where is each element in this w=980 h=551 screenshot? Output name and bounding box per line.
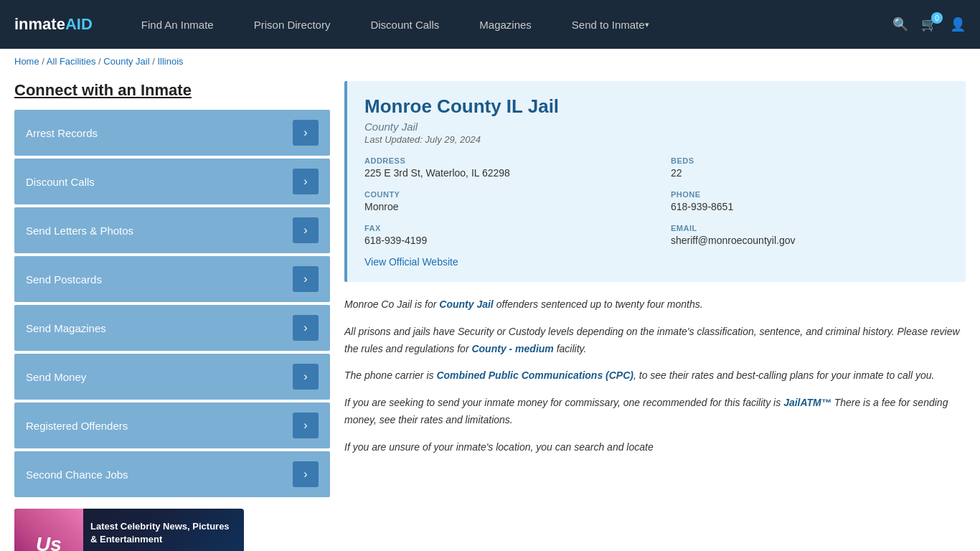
fax-label: FAX [364,224,642,232]
sidebar-menu: Arrest Records › Discount Calls › Send L… [14,110,330,497]
arrow-icon: › [293,461,319,487]
email-value: sheriff@monroecountyil.gov [671,235,948,246]
desc-paragraph-2: All prisons and jails have Security or C… [344,324,966,358]
breadcrumb-all-facilities[interactable]: All Facilities [47,56,96,67]
facility-description: Monroe Co Jail is for County Jail offend… [344,296,966,456]
breadcrumb-county-jail[interactable]: County Jail [103,56,149,67]
nav-prison-directory[interactable]: Prison Directory [234,0,351,49]
fax-value: 618-939-4199 [364,235,642,246]
facility-name: Monroe County IL Jail [364,95,948,118]
desc-p2-post: facility. [554,343,587,354]
phone-label: PHONE [671,190,948,199]
sidebar-item-label: Send Letters & Photos [26,225,133,237]
desc-p2-pre: All prisons and jails have Security or C… [344,326,960,354]
sidebar-item-label: Send Magazines [26,322,106,334]
main-nav: Find An Inmate Prison Directory Discount… [121,0,892,49]
arrow-icon: › [293,315,319,341]
address-label: ADDRESS [364,156,642,165]
email-label: EMAIL [671,224,948,232]
ad-content: Latest Celebrity News, Pictures & Entert… [83,513,244,551]
arrow-icon: › [293,120,319,146]
main-layout: Connect with an Inmate Arrest Records › … [0,74,980,551]
sidebar-item-label: Send Postcards [26,273,102,286]
address-value: 225 E 3rd St, Waterloo, IL 62298 [364,167,642,179]
fax-group: FAX 618-939-4199 [364,224,642,246]
ad-title: Latest Celebrity News, Pictures & Entert… [90,520,237,546]
nav-send-to-inmate[interactable]: Send to Inmate [552,0,669,49]
phone-value: 618-939-8651 [671,201,948,212]
sidebar-item-label: Arrest Records [26,127,98,139]
desc-p5-text: If you are unsure of your inmate's locat… [344,441,654,453]
jailatm-link[interactable]: JailATM™ [783,397,831,408]
desc-paragraph-3: The phone carrier is Combined Public Com… [344,367,966,385]
arrow-icon: › [293,413,319,438]
facility-details: ADDRESS 225 E 3rd St, Waterloo, IL 62298… [364,156,948,246]
county-label: COUNTY [364,190,642,199]
nav-magazines[interactable]: Magazines [459,0,552,49]
sidebar-item-registered-offenders[interactable]: Registered Offenders › [14,402,330,448]
sidebar-item-send-magazines[interactable]: Send Magazines › [14,305,330,351]
facility-card: Monroe County IL Jail County Jail Last U… [344,81,966,282]
user-icon[interactable]: 👤 [950,17,966,32]
logo-text: inmateAID [14,15,93,34]
ad-image: Us [14,509,83,551]
sidebar-item-label: Second Chance Jobs [26,468,128,481]
sidebar-title: Connect with an Inmate [14,81,330,100]
arrow-icon: › [293,266,319,292]
facility-updated: Last Updated: July 29, 2024 [364,134,948,145]
desc-paragraph-5: If you are unsure of your inmate's locat… [344,439,966,456]
desc-paragraph-1: Monroe Co Jail is for County Jail offend… [344,296,966,314]
email-group: EMAIL sheriff@monroecountyil.gov [671,224,948,246]
desc-p3-post: , to see their rates and best-calling pl… [633,369,934,381]
county-medium-link[interactable]: County - medium [471,343,553,354]
facility-website: View Official Website [364,256,948,268]
county-jail-link-1[interactable]: County Jail [439,298,493,310]
cart-icon[interactable]: 🛒 0 [921,17,937,32]
county-group: COUNTY Monroe [364,190,642,212]
official-website-link[interactable]: View Official Website [364,256,458,268]
desc-p4-pre: If you are seeking to send your inmate m… [344,397,783,408]
phone-group: PHONE 618-939-8651 [671,190,948,212]
sidebar-item-label: Registered Offenders [26,420,128,432]
sidebar: Connect with an Inmate Arrest Records › … [14,81,330,551]
beds-label: BEDS [671,156,948,165]
beds-value: 22 [671,167,948,179]
search-icon[interactable]: 🔍 [892,17,908,32]
logo[interactable]: inmateAID [14,15,93,34]
sidebar-item-label: Send Money [26,371,86,383]
arrow-icon: › [293,364,319,390]
desc-paragraph-4: If you are seeking to send your inmate m… [344,395,966,429]
cpc-link[interactable]: Combined Public Communications (CPC) [436,369,633,381]
nav-find-inmate[interactable]: Find An Inmate [121,0,234,49]
sidebar-item-send-letters[interactable]: Send Letters & Photos › [14,207,330,253]
header-icons: 🔍 🛒 0 👤 [892,17,966,32]
arrow-icon: › [293,217,319,243]
facility-type: County Jail [364,121,948,133]
main-content: Monroe County IL Jail County Jail Last U… [344,81,966,551]
nav-discount-calls[interactable]: Discount Calls [350,0,459,49]
ad-logo: Us [36,533,62,551]
county-value: Monroe [364,201,642,212]
sidebar-item-send-money[interactable]: Send Money › [14,354,330,400]
desc-p1-pre: Monroe Co Jail is for [344,298,439,310]
arrow-icon: › [293,169,319,194]
address-group: ADDRESS 225 E 3rd St, Waterloo, IL 62298 [364,156,642,179]
cart-badge: 0 [931,12,943,24]
breadcrumb-home[interactable]: Home [14,56,39,67]
sidebar-item-discount-calls[interactable]: Discount Calls › [14,159,330,204]
advertisement[interactable]: Us Latest Celebrity News, Pictures & Ent… [14,509,244,551]
desc-p3-pre: The phone carrier is [344,369,436,381]
sidebar-item-second-chance-jobs[interactable]: Second Chance Jobs › [14,451,330,497]
breadcrumb: Home / All Facilities / County Jail / Il… [0,49,980,74]
breadcrumb-state[interactable]: Illinois [157,56,183,67]
sidebar-item-arrest-records[interactable]: Arrest Records › [14,110,330,156]
beds-group: BEDS 22 [671,156,948,179]
sidebar-item-label: Discount Calls [26,176,95,188]
header: inmateAID Find An Inmate Prison Director… [0,0,980,49]
desc-p1-post: offenders sentenced up to twenty four mo… [494,298,703,310]
sidebar-item-send-postcards[interactable]: Send Postcards › [14,256,330,302]
